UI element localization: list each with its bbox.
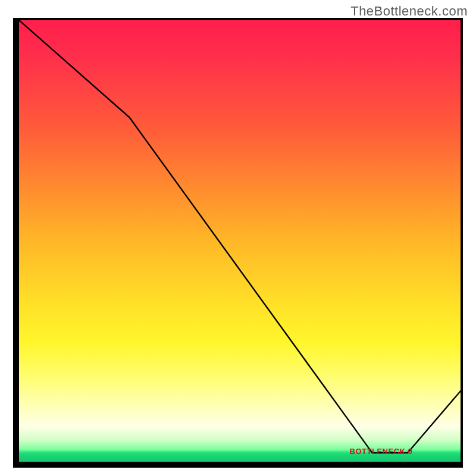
bottleneck-zero-label: BOTTLENECK 0: [350, 447, 413, 456]
plot-svg: [19, 20, 461, 462]
watermark-text: TheBottleneck.com: [350, 4, 468, 19]
chart-stage: TheBottleneck.com BOTTLENECK 0: [0, 0, 476, 476]
plot-frame: BOTTLENECK 0: [13, 18, 463, 468]
bottleneck-curve-line: [19, 20, 461, 453]
